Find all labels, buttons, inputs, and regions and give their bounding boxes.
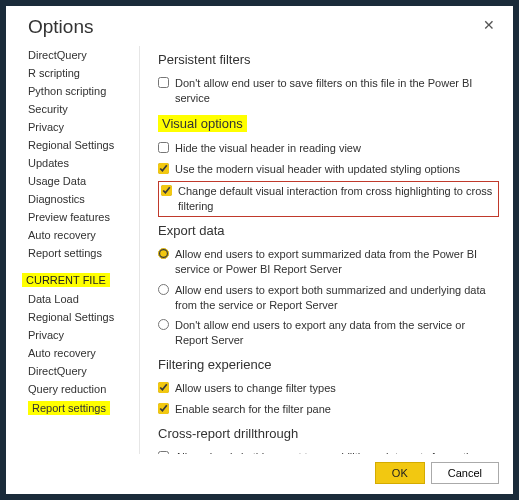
report-settings-label: Report settings (28, 401, 110, 415)
cancel-button[interactable]: Cancel (431, 462, 499, 484)
section-visual-options: Visual options (158, 115, 499, 132)
opt-export-both[interactable]: Allow end users to export both summarize… (158, 280, 499, 316)
checkbox-modern-visual-header[interactable] (158, 163, 169, 174)
label-export-summarized: Allow end users to export summarized dat… (175, 247, 499, 277)
checkbox-change-filter-types[interactable] (158, 382, 169, 393)
label-hide-visual-header: Hide the visual header in reading view (175, 141, 361, 156)
section-export-data: Export data (158, 223, 499, 238)
sidebar-item-cf-data-load[interactable]: Data Load (28, 290, 139, 308)
current-file-label: CURRENT FILE (22, 273, 110, 287)
main-panel[interactable]: Persistent filters Don't allow end user … (139, 46, 513, 454)
label-change-filter-types: Allow users to change filter types (175, 381, 336, 396)
opt-change-filter-types[interactable]: Allow users to change filter types (158, 378, 499, 399)
sidebar-item-usage-data[interactable]: Usage Data (28, 172, 139, 190)
sidebar-item-report-settings[interactable]: Report settings (28, 244, 139, 262)
opt-search-filter-pane[interactable]: Enable search for the filter pane (158, 399, 499, 420)
opt-export-summarized[interactable]: Allow end users to export summarized dat… (158, 244, 499, 280)
label-modern-visual-header: Use the modern visual header with update… (175, 162, 460, 177)
section-persistent-filters: Persistent filters (158, 52, 499, 67)
sidebar-item-cf-query-reduction[interactable]: Query reduction (28, 380, 139, 398)
sidebar-item-cf-directquery[interactable]: DirectQuery (28, 362, 139, 380)
opt-cross-filtering[interactable]: Change default visual interaction from c… (158, 181, 499, 217)
radio-export-summarized[interactable] (158, 248, 169, 259)
sidebar-item-directquery[interactable]: DirectQuery (28, 46, 139, 64)
checkbox-hide-visual-header[interactable] (158, 142, 169, 153)
close-icon[interactable]: ✕ (479, 15, 499, 35)
sidebar-item-diagnostics[interactable]: Diagnostics (28, 190, 139, 208)
radio-export-both[interactable] (158, 284, 169, 295)
opt-export-none[interactable]: Don't allow end users to export any data… (158, 315, 499, 351)
label-persistent-disallow: Don't allow end user to save filters on … (175, 76, 499, 106)
label-export-none: Don't allow end users to export any data… (175, 318, 499, 348)
sidebar-item-auto-recovery[interactable]: Auto recovery (28, 226, 139, 244)
section-cross-report: Cross-report drillthrough (158, 426, 499, 441)
sidebar-header-current-file: CURRENT FILE (22, 268, 139, 290)
sidebar-item-cf-auto-recovery[interactable]: Auto recovery (28, 344, 139, 362)
sidebar-item-preview-features[interactable]: Preview features (28, 208, 139, 226)
checkbox-persistent-disallow[interactable] (158, 77, 169, 88)
sidebar-item-regional-settings[interactable]: Regional Settings (28, 136, 139, 154)
label-export-both: Allow end users to export both summarize… (175, 283, 499, 313)
sidebar-item-updates[interactable]: Updates (28, 154, 139, 172)
dialog-footer: OK Cancel (6, 454, 513, 494)
radio-export-none[interactable] (158, 319, 169, 330)
dialog-body: DirectQuery R scripting Python scripting… (6, 40, 513, 454)
checkbox-cross-filtering[interactable] (161, 185, 172, 196)
sidebar-item-privacy[interactable]: Privacy (28, 118, 139, 136)
sidebar-item-python-scripting[interactable]: Python scripting (28, 82, 139, 100)
opt-modern-visual-header[interactable]: Use the modern visual header with update… (158, 159, 499, 180)
options-dialog: Options ✕ DirectQuery R scripting Python… (6, 6, 513, 494)
label-search-filter-pane: Enable search for the filter pane (175, 402, 331, 417)
sidebar-item-security[interactable]: Security (28, 100, 139, 118)
sidebar[interactable]: DirectQuery R scripting Python scripting… (6, 46, 139, 454)
visual-options-label: Visual options (158, 115, 247, 132)
sidebar-item-r-scripting[interactable]: R scripting (28, 64, 139, 82)
titlebar: Options ✕ (6, 6, 513, 40)
section-filtering-experience: Filtering experience (158, 357, 499, 372)
opt-hide-visual-header[interactable]: Hide the visual header in reading view (158, 138, 499, 159)
label-cross-filtering: Change default visual interaction from c… (178, 184, 496, 214)
sidebar-item-cf-regional-settings[interactable]: Regional Settings (28, 308, 139, 326)
dialog-title: Options (28, 16, 93, 38)
ok-button[interactable]: OK (375, 462, 425, 484)
opt-cross-report-drill[interactable]: Allow visuals in this report to use dril… (158, 447, 499, 454)
checkbox-search-filter-pane[interactable] (158, 403, 169, 414)
sidebar-item-cf-privacy[interactable]: Privacy (28, 326, 139, 344)
sidebar-item-cf-report-settings[interactable]: Report settings (28, 398, 139, 418)
opt-persistent-disallow[interactable]: Don't allow end user to save filters on … (158, 73, 499, 109)
